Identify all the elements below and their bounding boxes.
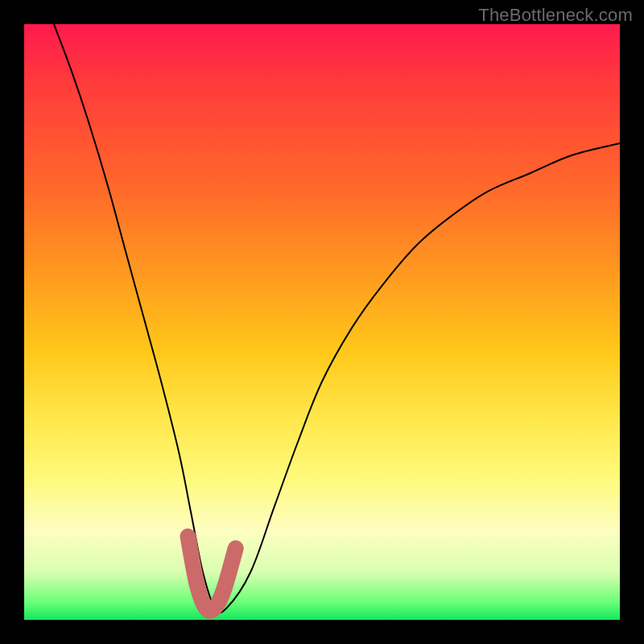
watermark-text: TheBottleneck.com — [478, 5, 633, 26]
optimal-range-highlight — [188, 536, 236, 610]
bottleneck-chart — [24, 24, 620, 620]
bottleneck-curve-line — [54, 24, 620, 613]
chart-area — [24, 24, 620, 620]
